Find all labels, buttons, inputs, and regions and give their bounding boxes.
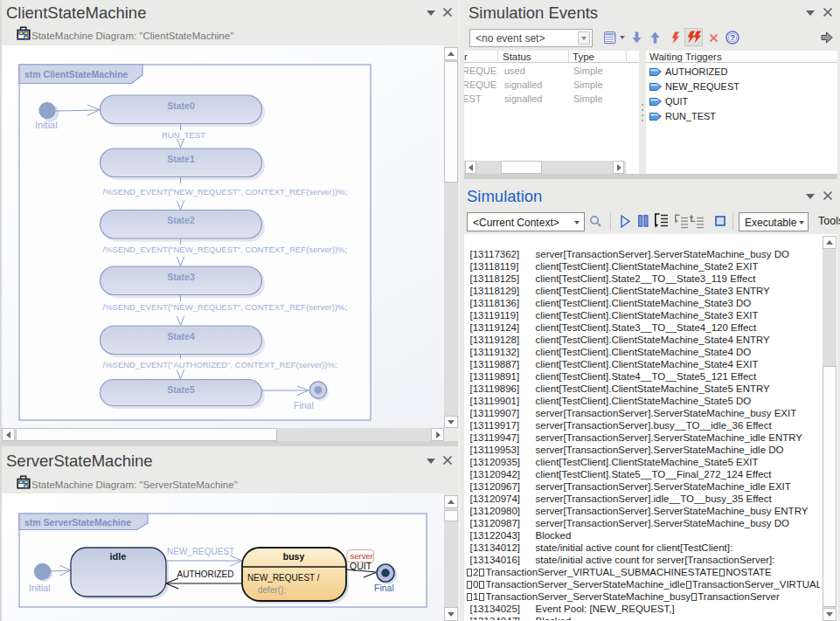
svg-text:/%SEND_EVENT("AUTHORIZED", CON: /%SEND_EVENT("AUTHORIZED", CONTEXT_REF(s… bbox=[103, 360, 337, 369]
svg-text:/%SEND_EVENT("NEW_REQUEST", CO: /%SEND_EVENT("NEW_REQUEST", CONTEXT_REF(… bbox=[103, 187, 348, 197]
svg-text:AUTHORIZED: AUTHORIZED bbox=[177, 569, 234, 579]
svg-text:RUN_TEST: RUN_TEST bbox=[162, 130, 205, 140]
svg-text:NEW_REQUEST: NEW_REQUEST bbox=[167, 547, 234, 556]
svg-text:defer();: defer(); bbox=[258, 585, 286, 595]
svg-text:?: ? bbox=[730, 33, 735, 42]
svg-text:State2: State2 bbox=[167, 215, 195, 225]
svg-text:idle: idle bbox=[110, 551, 127, 562]
svg-text:State5: State5 bbox=[167, 384, 195, 395]
svg-text:NEW_REQUEST /: NEW_REQUEST / bbox=[247, 573, 320, 583]
svg-text:State1: State1 bbox=[167, 154, 195, 164]
svg-text:Initial: Initial bbox=[35, 120, 58, 130]
svg-text:State3: State3 bbox=[167, 272, 195, 282]
svg-text:Initial: Initial bbox=[29, 583, 51, 593]
svg-text:server: server bbox=[351, 551, 373, 561]
svg-text:/%SEND_EVENT("NEW_REQUEST", CO: /%SEND_EVENT("NEW_REQUEST", CONTEXT_REF(… bbox=[103, 245, 348, 254]
svg-text:stm ClientStateMachine: stm ClientStateMachine bbox=[24, 69, 128, 79]
svg-text:Final: Final bbox=[294, 400, 314, 411]
svg-text:State4: State4 bbox=[167, 331, 195, 342]
svg-text:busy: busy bbox=[283, 551, 305, 562]
svg-text:State0: State0 bbox=[167, 100, 195, 111]
svg-text:stm ServerStateMachine: stm ServerStateMachine bbox=[24, 517, 131, 528]
svg-text:/%SEND_EVENT("NEW_REQUEST", CO: /%SEND_EVENT("NEW_REQUEST", CONTEXT_REF(… bbox=[103, 302, 348, 312]
svg-text:Final: Final bbox=[374, 583, 394, 593]
